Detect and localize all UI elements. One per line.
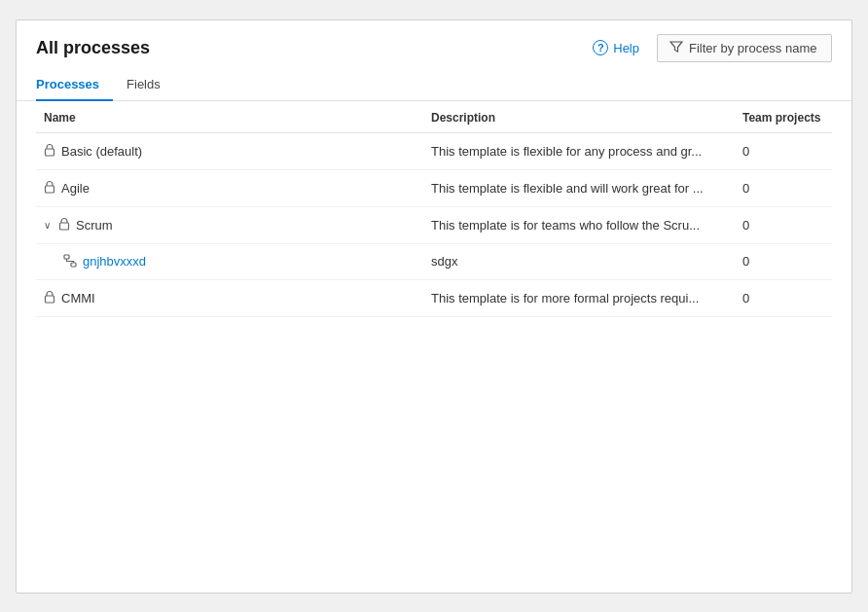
process-description: This template is for teams who follow th…	[423, 206, 735, 243]
table-row: gnjhbvxxxdsdgx0	[36, 243, 832, 279]
table-row: Basic (default)This template is flexible…	[36, 132, 832, 169]
lock-icon	[44, 180, 55, 197]
svg-rect-0	[46, 149, 54, 156]
process-name: Scrum	[76, 218, 113, 233]
lock-icon	[58, 217, 70, 234]
process-team-projects: 0	[735, 169, 832, 206]
process-description: This template is for more formal project…	[423, 279, 735, 316]
process-team-projects: 0	[735, 206, 832, 243]
process-team-projects: 0	[735, 132, 832, 169]
svg-rect-1	[46, 186, 54, 193]
process-description: sdgx	[423, 243, 735, 279]
process-team-projects: 0	[735, 243, 832, 279]
process-description: This template is flexible and will work …	[423, 169, 735, 206]
svg-rect-2	[60, 223, 69, 230]
col-description: Description	[423, 101, 735, 133]
svg-rect-4	[71, 263, 76, 267]
filter-button[interactable]: Filter by process name	[657, 34, 832, 62]
process-team-projects: 0	[735, 279, 832, 316]
col-team-projects: Team projects	[735, 101, 832, 133]
process-name: CMMI	[61, 291, 95, 306]
tab-fields[interactable]: Fields	[127, 71, 174, 101]
tab-processes[interactable]: Processes	[36, 71, 113, 101]
filter-icon	[669, 40, 683, 56]
process-name: Agile	[61, 181, 90, 196]
table-header-row: Name Description Team projects	[36, 101, 832, 133]
process-description: This template is flexible for any proces…	[423, 132, 735, 169]
process-name[interactable]: gnjhbvxxxd	[83, 254, 146, 269]
help-button[interactable]: ? Help	[587, 36, 645, 59]
expand-chevron[interactable]: ∨	[44, 220, 51, 231]
process-name: Basic (default)	[61, 144, 142, 159]
main-window: All processes ? Help Filter by process n…	[16, 19, 852, 594]
table-container: Name Description Team projects Basic (de…	[17, 101, 851, 593]
processes-table: Name Description Team projects Basic (de…	[36, 101, 832, 317]
lock-icon	[44, 143, 55, 160]
page-title: All processes	[36, 38, 150, 58]
help-icon: ?	[593, 40, 608, 55]
header-actions: ? Help Filter by process name	[587, 34, 832, 62]
col-name: Name	[36, 101, 423, 133]
svg-rect-3	[64, 255, 69, 259]
branch-icon	[63, 254, 77, 270]
lock-icon	[44, 290, 55, 306]
page-header: All processes ? Help Filter by process n…	[17, 20, 851, 70]
table-row: CMMIThis template is for more formal pro…	[36, 279, 832, 316]
tab-bar: Processes Fields	[17, 70, 851, 101]
table-row: AgileThis template is flexible and will …	[36, 169, 832, 206]
filter-label: Filter by process name	[689, 41, 817, 55]
svg-rect-5	[46, 296, 54, 303]
help-label: Help	[613, 41, 639, 55]
table-row: ∨ ScrumThis template is for teams who fo…	[36, 206, 832, 243]
